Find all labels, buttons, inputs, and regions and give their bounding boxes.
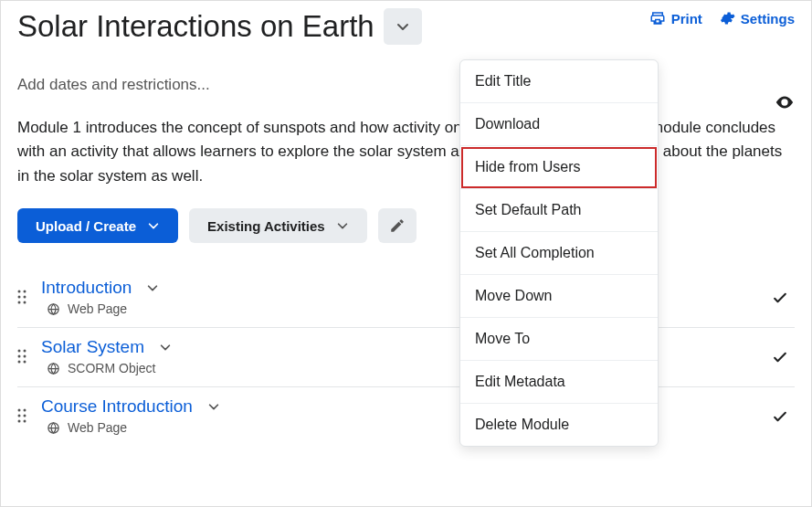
print-icon — [649, 10, 666, 26]
print-label: Print — [671, 11, 702, 26]
upload-label: Upload / Create — [36, 218, 136, 234]
menu-move-to[interactable]: Move To — [460, 318, 658, 361]
svg-point-15 — [18, 409, 21, 412]
drag-handle-icon[interactable] — [17, 290, 34, 304]
print-button[interactable]: Print — [649, 10, 702, 26]
svg-point-17 — [18, 415, 21, 417]
svg-point-18 — [24, 415, 26, 417]
restrictions-link[interactable]: Add dates and restrictions... — [17, 76, 795, 94]
content-item: Introduction Web Page — [17, 269, 795, 328]
svg-point-13 — [24, 361, 26, 364]
pencil-icon — [389, 217, 406, 234]
svg-point-3 — [18, 296, 21, 299]
existing-activities-button[interactable]: Existing Activities — [189, 208, 367, 243]
menu-edit-metadata[interactable]: Edit Metadata — [460, 361, 658, 404]
content-item-type: SCORM Object — [68, 361, 155, 375]
svg-point-0 — [783, 100, 786, 104]
settings-button[interactable]: Settings — [719, 10, 795, 26]
chevron-down-icon — [395, 19, 410, 34]
svg-point-19 — [18, 420, 21, 423]
context-menu: Edit Title Download Hide from Users Set … — [459, 59, 659, 447]
page-title: Solar Interactions on Earth — [17, 9, 374, 44]
svg-point-10 — [18, 355, 21, 358]
menu-hide-from-users[interactable]: Hide from Users — [460, 146, 658, 189]
content-item-title[interactable]: Solar System — [41, 337, 144, 357]
content-item-type: Web Page — [68, 420, 127, 435]
svg-point-20 — [24, 420, 26, 423]
upload-create-button[interactable]: Upload / Create — [17, 208, 178, 243]
menu-download[interactable]: Download — [460, 103, 658, 146]
content-item-type: Web Page — [68, 301, 127, 316]
checkmark-icon — [771, 407, 789, 426]
checkmark-icon — [771, 348, 789, 366]
existing-label: Existing Activities — [207, 218, 325, 234]
module-description: Module 1 introduces the concept of sunsp… — [17, 116, 785, 188]
svg-point-1 — [18, 290, 21, 293]
chevron-down-icon[interactable] — [146, 281, 159, 294]
menu-delete-module[interactable]: Delete Module — [460, 404, 658, 446]
visibility-icon[interactable] — [775, 92, 795, 112]
content-item-title[interactable]: Course Introduction — [41, 396, 193, 417]
svg-point-4 — [24, 296, 26, 299]
svg-point-9 — [24, 350, 26, 353]
drag-handle-icon[interactable] — [17, 408, 34, 423]
checkmark-icon — [771, 289, 789, 307]
content-item: Course Introduction Web Page — [17, 387, 795, 446]
chevron-down-icon — [147, 219, 160, 232]
content-item-title[interactable]: Introduction — [41, 278, 132, 298]
chevron-down-icon[interactable] — [159, 341, 172, 354]
svg-point-6 — [24, 301, 26, 304]
svg-point-11 — [24, 355, 26, 358]
svg-point-12 — [18, 361, 21, 364]
menu-move-down[interactable]: Move Down — [460, 275, 658, 318]
content-list: Introduction Web Page — [17, 269, 795, 446]
globe-icon — [47, 362, 60, 375]
menu-set-default-path[interactable]: Set Default Path — [460, 189, 658, 232]
bulk-edit-button[interactable] — [378, 208, 417, 243]
chevron-down-icon — [336, 219, 349, 232]
svg-point-2 — [24, 290, 26, 293]
globe-icon — [47, 421, 60, 435]
drag-handle-icon[interactable] — [17, 349, 34, 364]
menu-set-all-completion[interactable]: Set All Completion — [460, 232, 658, 275]
svg-point-8 — [18, 350, 21, 353]
svg-point-16 — [24, 409, 26, 412]
chevron-down-icon[interactable] — [207, 400, 220, 413]
settings-label: Settings — [741, 11, 795, 26]
content-item: Solar System SCORM Object — [17, 328, 795, 387]
menu-edit-title[interactable]: Edit Title — [460, 60, 658, 103]
globe-icon — [47, 302, 60, 316]
gear-icon — [719, 10, 735, 26]
svg-point-5 — [18, 301, 21, 304]
title-context-menu-toggle[interactable] — [384, 8, 422, 45]
